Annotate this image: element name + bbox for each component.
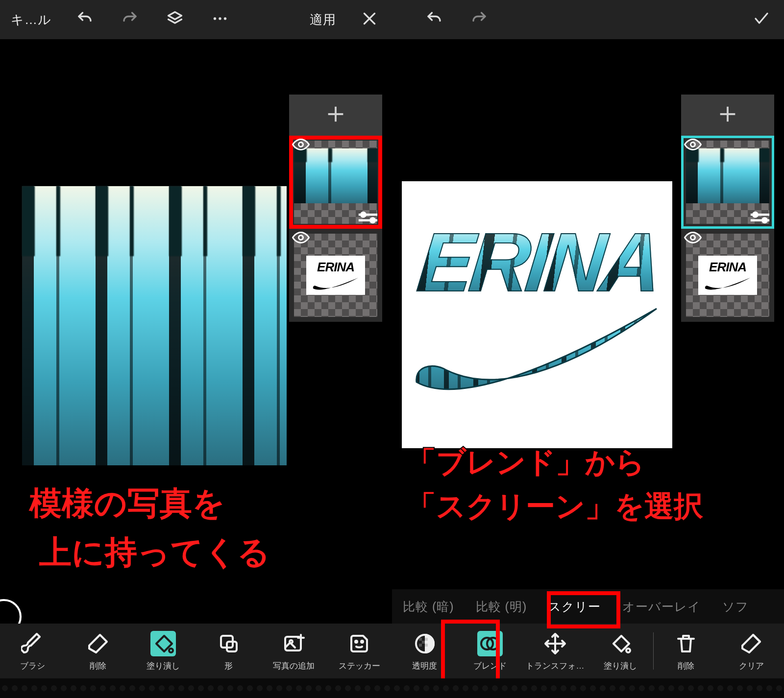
tool-label: 削除	[90, 660, 106, 672]
swoosh-icon	[311, 275, 360, 291]
tool-fill[interactable]: 塗り潰し	[588, 624, 653, 678]
cancel-button[interactable]: キ…ル	[0, 0, 62, 39]
blend-overlay[interactable]: オーバーレイ	[612, 599, 711, 615]
decorative-strip	[0, 678, 392, 698]
annotation-line2: 「スクリーン」を選択	[407, 485, 703, 528]
svg-point-18	[753, 213, 757, 217]
tool-blend[interactable]: ブレンド	[457, 624, 522, 678]
bucket-icon	[150, 631, 176, 656]
layer-logo-text: ERINA	[317, 260, 354, 275]
image-plus-icon	[281, 631, 307, 656]
right-topbar	[392, 0, 784, 39]
right-pane: ERINA	[392, 0, 784, 698]
tool-shape[interactable]: 形	[196, 624, 261, 678]
left-canvas[interactable]: ERINA 模様の写真を 上に持ってくる	[0, 39, 392, 625]
layer-thumb-photo[interactable]	[289, 136, 382, 229]
blend-icon	[477, 631, 503, 656]
svg-point-17	[691, 143, 695, 147]
confirm-button[interactable]	[739, 0, 784, 39]
blend-softlight[interactable]: ソフ	[711, 599, 760, 615]
tool-transform[interactable]: トランスフォ…	[522, 624, 588, 678]
redo-icon	[470, 10, 488, 29]
redo-button[interactable]	[107, 0, 152, 39]
eye-icon[interactable]	[292, 232, 310, 243]
tool-opacity[interactable]: 透明度	[392, 624, 457, 678]
tool-label: ブラシ	[20, 660, 45, 672]
tool-brush[interactable]: ブラシ	[0, 624, 65, 678]
tool-label: 形	[224, 660, 233, 672]
eye-icon[interactable]	[684, 139, 702, 150]
layer-logo-text: ERINA	[709, 260, 746, 275]
svg-point-12	[355, 641, 357, 643]
ellipsis-icon	[211, 10, 229, 29]
blend-darken[interactable]: 比較 (暗)	[392, 599, 465, 615]
left-topbar: キ…ル 適用	[0, 0, 392, 39]
sliders-icon[interactable]	[357, 209, 379, 226]
tool-delete[interactable]: 削除	[654, 624, 719, 678]
svg-point-11	[290, 640, 293, 643]
more-button[interactable]	[197, 0, 243, 39]
close-button[interactable]	[347, 0, 392, 39]
add-layer-button[interactable]	[681, 95, 774, 136]
layer-thumb-logo[interactable]: ERINA	[681, 229, 774, 322]
apply-button[interactable]: 適用	[299, 0, 347, 39]
tool-label: クリア	[739, 660, 764, 672]
blend-lighten[interactable]: 比較 (明)	[465, 599, 538, 615]
layers-button[interactable]	[152, 0, 197, 39]
annotation-line1: 模様の写真を	[29, 480, 225, 527]
close-icon	[361, 10, 378, 29]
annotation-line1: 「ブレンド」から	[407, 441, 645, 483]
tool-erase[interactable]: 削除	[65, 624, 130, 678]
left-bottom-toolbar: ブラシ 削除 塗り潰し 形 写真の追加 ステッカー	[0, 624, 392, 678]
right-bottom-toolbar: 透明度 ブレンド トランスフォ… 塗り潰し 削除 クリア	[392, 624, 784, 678]
tool-sticker[interactable]: ステッカー	[327, 624, 392, 678]
redo-icon	[121, 10, 139, 29]
eye-icon[interactable]	[292, 139, 310, 150]
opacity-icon	[412, 631, 438, 656]
transform-icon	[542, 631, 568, 656]
undo-button[interactable]	[412, 0, 457, 39]
sliders-icon[interactable]	[749, 209, 771, 226]
blend-screen[interactable]: スクリー	[538, 599, 612, 615]
clear-icon	[738, 631, 764, 656]
tool-label: 塗り潰し	[147, 660, 180, 672]
blended-logo-art[interactable]: ERINA	[402, 181, 672, 448]
svg-point-13	[361, 641, 363, 643]
sticker-icon	[346, 631, 372, 656]
svg-point-20	[691, 236, 695, 240]
redo-button[interactable]	[457, 0, 502, 39]
svg-point-19	[762, 218, 766, 222]
svg-point-7	[169, 649, 173, 652]
tool-label: 塗り潰し	[604, 660, 637, 672]
add-layer-button[interactable]	[289, 95, 382, 136]
svg-point-2	[224, 17, 226, 20]
shape-icon	[216, 631, 242, 656]
plus-icon	[716, 103, 739, 127]
tool-clear[interactable]: クリア	[719, 624, 784, 678]
brush-icon	[20, 631, 46, 656]
svg-point-3	[299, 143, 303, 147]
blend-mode-strip[interactable]: 比較 (暗) 比較 (明) スクリー オーバーレイ ソフ	[392, 589, 784, 624]
layer-thumb-photo[interactable]	[681, 136, 774, 229]
tool-label: 透明度	[412, 660, 437, 672]
undo-button[interactable]	[62, 0, 107, 39]
bucket-icon	[608, 631, 633, 656]
layer-thumb-logo[interactable]: ERINA	[289, 229, 382, 322]
svg-point-25	[626, 649, 630, 652]
svg-point-4	[361, 213, 365, 217]
tool-fill[interactable]: 塗り潰し	[131, 624, 196, 678]
check-icon	[753, 10, 770, 29]
tool-label: ブレンド	[473, 660, 507, 672]
logo-swoosh	[412, 299, 662, 397]
tool-addphoto[interactable]: 写真の追加	[261, 624, 326, 678]
svg-rect-10	[285, 637, 301, 650]
decorative-strip	[392, 678, 784, 698]
right-canvas[interactable]: ERINA	[392, 39, 784, 589]
eye-icon[interactable]	[684, 232, 702, 243]
annotation-line2: 上に持ってくる	[39, 529, 270, 576]
tool-label: 削除	[678, 660, 694, 672]
pattern-photo[interactable]	[22, 186, 287, 465]
dual-screenshot-stage: キ…ル 適用	[0, 0, 784, 698]
swoosh-icon	[703, 275, 752, 291]
logo-text: ERINA	[414, 220, 662, 304]
